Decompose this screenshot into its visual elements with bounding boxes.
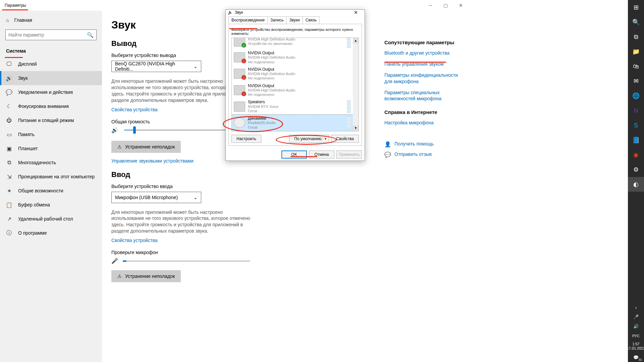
taskbar-app[interactable]: 📁 bbox=[628, 44, 644, 59]
sidebar-item-projecting[interactable]: ⇲Проецирование на этот компьютер bbox=[0, 170, 102, 184]
tray-expand-button[interactable]: ‹ bbox=[628, 303, 644, 312]
search-button[interactable]: 🔍 bbox=[628, 15, 644, 29]
troubleshoot-input-button[interactable]: ⚠Устранение неполадок bbox=[111, 270, 181, 282]
volume-icon[interactable]: 🔊 bbox=[111, 127, 118, 133]
microphone-icon: 🎤 bbox=[111, 258, 118, 264]
task-view-button[interactable]: ⧉ bbox=[628, 29, 644, 44]
troubleshoot-label: Устранение неполадок bbox=[125, 144, 175, 149]
annotation-circle bbox=[276, 135, 337, 145]
related-link-mic-access[interactable]: Параметры специальных возможностей микро… bbox=[384, 89, 462, 102]
storage-icon: ▭ bbox=[6, 131, 12, 137]
sidebar-item-about[interactable]: ⓘО программе bbox=[0, 226, 102, 240]
sidebar-item-sound[interactable]: 🔊Звук bbox=[0, 71, 102, 85]
input-device-dropdown[interactable]: Микрофон (USB Microphone) ⌄ bbox=[111, 192, 201, 203]
sidebar-search[interactable]: 🔍 bbox=[5, 29, 97, 40]
tab-sounds[interactable]: Звуки bbox=[286, 16, 303, 24]
tab-recording[interactable]: Запись bbox=[267, 16, 286, 24]
scroll-down-button[interactable]: ▼ bbox=[353, 125, 359, 131]
help-link-mic-setup[interactable]: Настройка микрофона bbox=[384, 120, 462, 126]
sidebar-item-label: Уведомления и действия bbox=[18, 89, 73, 95]
taskbar-app[interactable]: 📘 bbox=[628, 133, 644, 147]
feedback-link[interactable]: Отправить отзыв bbox=[394, 151, 432, 158]
taskbar-app[interactable]: ⚙ bbox=[628, 162, 644, 177]
related-pane: Сопутствующие параметры Bluetooth и друг… bbox=[384, 32, 462, 162]
device-sub: NVIDIA High Definition Audio bbox=[248, 55, 295, 60]
cancel-button[interactable]: Отмена bbox=[309, 150, 334, 159]
close-button[interactable]: ✕ bbox=[453, 0, 468, 11]
sidebar-home[interactable]: ⌂ Главная bbox=[0, 14, 102, 26]
volume-slider[interactable] bbox=[124, 130, 228, 130]
tray-date: 17.01.2022 bbox=[627, 346, 644, 351]
sidebar-item-focus[interactable]: ☾Фокусировка внимания bbox=[0, 99, 102, 113]
sidebar-item-clipboard[interactable]: 📋Буфер обмена bbox=[0, 198, 102, 212]
tab-communications[interactable]: Связь bbox=[303, 16, 320, 24]
tray-mic-icon[interactable]: 🎤 bbox=[628, 312, 644, 322]
taskbar-app[interactable]: 🌐 bbox=[628, 88, 644, 103]
output-device-dropdown[interactable]: BenQ GC2870 (NVIDIA High Definiti... ⌄ bbox=[111, 61, 201, 72]
feedback-row[interactable]: 💬Отправить отзыв bbox=[384, 151, 462, 158]
sidebar-item-tablet[interactable]: ▣Планшет bbox=[0, 141, 102, 156]
device-sub: NVIDIA High Definition Audio bbox=[248, 38, 295, 42]
sidebar-item-label: Дисплей bbox=[18, 61, 37, 67]
sidebar-item-notifications[interactable]: 💬Уведомления и действия bbox=[0, 85, 102, 99]
device-row[interactable]: ↓ NVIDIA OutputNVIDIA High Definition Au… bbox=[232, 49, 353, 66]
dialog-footer: OK Отмена Применить bbox=[226, 148, 365, 161]
taskbar-app[interactable]: ✉ bbox=[628, 74, 644, 88]
start-button[interactable]: ⊞ bbox=[628, 0, 644, 15]
sidebar-item-storage[interactable]: ▭Память bbox=[0, 127, 102, 141]
sound-icon: 🔊 bbox=[6, 75, 12, 81]
apply-button[interactable]: Применить bbox=[336, 150, 362, 159]
monitor-icon: ↓ bbox=[234, 69, 245, 79]
device-row[interactable]: SpeakersNVIDIA RTX VoiceГотов bbox=[232, 98, 353, 115]
get-help-row[interactable]: 👤Получить помощь bbox=[384, 141, 462, 147]
speaker-icon: 🔈 bbox=[228, 10, 233, 15]
get-help-link[interactable]: Получить помощь bbox=[394, 141, 434, 147]
maximize-button[interactable]: ▢ bbox=[438, 0, 453, 11]
output-device-value: BenQ GC2870 (NVIDIA High Definiti... bbox=[115, 61, 194, 72]
scrollbar[interactable]: ▲ ▼ bbox=[353, 38, 359, 131]
sidebar-item-shared[interactable]: ✶Общие возможности bbox=[0, 184, 102, 198]
tray-clock[interactable]: 1:57 17.01.2022 bbox=[627, 341, 644, 353]
down-badge-icon: ↓ bbox=[241, 75, 246, 80]
related-heading: Сопутствующие параметры bbox=[384, 40, 462, 45]
device-row[interactable]: ↓ NVIDIA OutputNVIDIA High Definition Au… bbox=[232, 66, 353, 82]
minimize-button[interactable]: ─ bbox=[423, 0, 438, 11]
taskbar-app[interactable]: N bbox=[628, 103, 644, 118]
taskbar-app[interactable]: ◉ bbox=[628, 147, 644, 162]
device-row[interactable]: ✓ NVIDIA High Definition AudioУстройство… bbox=[232, 38, 353, 49]
sidebar-item-display[interactable]: 🖵Дисплей bbox=[0, 57, 102, 71]
device-name: NVIDIA Output bbox=[248, 83, 295, 88]
related-link-bluetooth[interactable]: Bluetooth и другие устройства bbox=[384, 50, 462, 56]
sidebar-item-multitask[interactable]: ⧉Многозадачность bbox=[0, 156, 102, 170]
clipboard-icon: 📋 bbox=[6, 202, 12, 208]
sidebar-item-label: Фокусировка внимания bbox=[18, 104, 69, 109]
dialog-close-button[interactable]: ✕ bbox=[349, 10, 363, 15]
taskbar-app[interactable]: S bbox=[628, 118, 644, 133]
window-controls: ─ ▢ ✕ bbox=[423, 0, 468, 11]
down-badge-icon: ↓ bbox=[241, 59, 246, 63]
configure-button[interactable]: Настроить bbox=[231, 135, 261, 143]
dialog-title: Звук bbox=[235, 10, 243, 15]
level-meter bbox=[347, 116, 351, 129]
sidebar-item-label: Планшет bbox=[18, 146, 38, 151]
troubleshoot-label: Устранение неполадок bbox=[125, 274, 175, 279]
tab-playback[interactable]: Воспроизведение bbox=[228, 16, 268, 24]
volume-thumb[interactable] bbox=[133, 126, 136, 134]
window-title: Параметры bbox=[5, 3, 26, 8]
taskbar-app-active[interactable]: ◐ bbox=[628, 177, 644, 192]
tray-language[interactable]: РУС bbox=[628, 331, 644, 341]
annotation-underline bbox=[5, 57, 23, 58]
sidebar-item-power[interactable]: ⏻Питание и спящий режим bbox=[0, 113, 102, 127]
search-input[interactable] bbox=[8, 32, 87, 38]
troubleshoot-output-button[interactable]: ⚠Устранение неполадок bbox=[111, 141, 181, 153]
tray-notifications[interactable]: 💬31 bbox=[628, 353, 644, 362]
related-link-mic-privacy[interactable]: Параметры конфиденциальности для микрофо… bbox=[384, 72, 462, 85]
tray-volume-icon[interactable]: 🔊 bbox=[628, 322, 644, 331]
device-row[interactable]: ↓ NVIDIA OutputNVIDIA High Definition Au… bbox=[232, 82, 353, 99]
scroll-up-button[interactable]: ▲ bbox=[353, 38, 359, 44]
device-properties-link-2[interactable]: Свойства устройства bbox=[111, 238, 455, 243]
taskbar-app[interactable]: 🛍 bbox=[628, 59, 644, 74]
shared-icon: ✶ bbox=[6, 188, 12, 194]
ok-button[interactable]: OK bbox=[281, 150, 307, 159]
sidebar-item-remote[interactable]: ↗Удаленный рабочий стол bbox=[0, 212, 102, 226]
